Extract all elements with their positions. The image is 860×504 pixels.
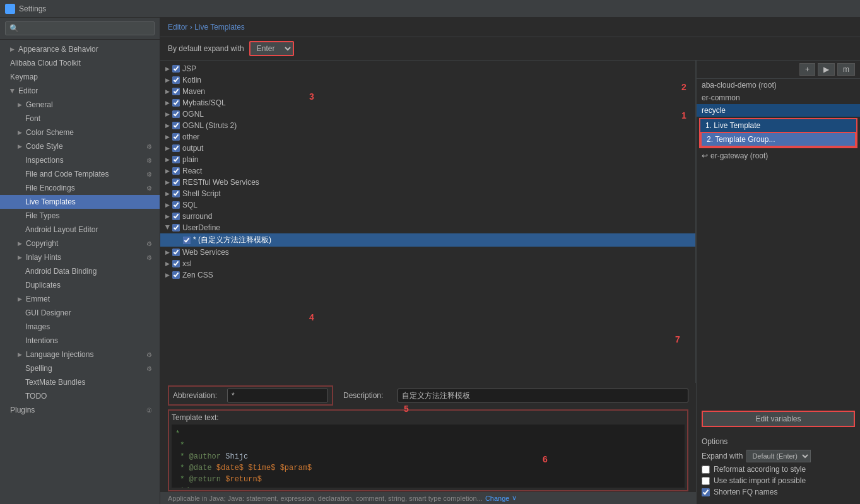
group-react[interactable]: ▶ React bbox=[160, 165, 695, 177]
arrow-lang-inj: ▶ bbox=[18, 351, 22, 358]
sidebar-item-android-data[interactable]: Android Data Binding bbox=[0, 264, 160, 278]
sidebar: ▶ Appearance & Behavior Alibaba Cloud To… bbox=[0, 18, 160, 504]
badge-spelling: ⚙ bbox=[146, 365, 152, 372]
sidebar-item-plugins[interactable]: Plugins ① bbox=[0, 403, 160, 417]
reformat-label: Reformat according to style bbox=[714, 465, 806, 474]
toolbar: By default expand with Enter Tab Space bbox=[160, 37, 860, 61]
check-maven[interactable] bbox=[172, 88, 180, 95]
main-split: ▶ JSP ▶ Kotlin ▶ Maven bbox=[160, 61, 860, 504]
check-ognl[interactable] bbox=[172, 110, 180, 118]
check-other[interactable] bbox=[172, 133, 180, 141]
edit-variables-button[interactable]: Edit variables bbox=[702, 411, 855, 427]
plus-btn[interactable]: + bbox=[799, 63, 815, 76]
sidebar-item-general[interactable]: ▶ General bbox=[0, 98, 160, 112]
sidebar-item-emmet[interactable]: ▶ Emmet bbox=[0, 292, 160, 306]
sidebar-item-file-types[interactable]: File Types bbox=[0, 209, 160, 223]
desc-input[interactable] bbox=[398, 389, 688, 402]
sidebar-item-file-encodings[interactable]: File Encodings ⚙ bbox=[0, 181, 160, 195]
check-webservices[interactable] bbox=[172, 249, 180, 256]
check-mybatis[interactable] bbox=[172, 99, 180, 107]
group-surround[interactable]: ▶ surround bbox=[160, 211, 695, 222]
menu-template-group[interactable]: 2. Template Group... bbox=[700, 132, 856, 147]
group-sql[interactable]: ▶ SQL bbox=[160, 199, 695, 211]
expand-with-select[interactable]: Default (Enter) Enter Tab Space bbox=[746, 450, 811, 462]
group-mybatis[interactable]: ▶ Mybatis/SQL bbox=[160, 97, 695, 108]
right-project-list: aba-cloud-demo (root) er-common recycle … bbox=[697, 79, 860, 406]
check-sql[interactable] bbox=[172, 201, 180, 209]
group-other[interactable]: ▶ other bbox=[160, 131, 695, 143]
check-restful[interactable] bbox=[172, 179, 180, 186]
group-zencss[interactable]: ▶ Zen CSS bbox=[160, 269, 695, 281]
group-webservices[interactable]: ▶ Web Services bbox=[160, 247, 695, 258]
sidebar-item-file-code-templates[interactable]: File and Code Templates ⚙ bbox=[0, 167, 160, 181]
abbr-input[interactable] bbox=[227, 389, 328, 402]
project-er-common[interactable]: er-common bbox=[697, 91, 860, 104]
project-aba-cloud[interactable]: aba-cloud-demo (root) bbox=[697, 79, 860, 91]
badge-copyright: ⚙ bbox=[146, 240, 152, 247]
group-shell[interactable]: ▶ Shell Script bbox=[160, 188, 695, 199]
sidebar-item-font[interactable]: Font bbox=[0, 112, 160, 126]
arrow-plain: ▶ bbox=[165, 156, 170, 163]
shorten-fq-row: Shorten FQ names bbox=[702, 488, 855, 496]
title-text: Settings bbox=[19, 4, 46, 13]
group-userdefine[interactable]: ▶ UserDefine bbox=[160, 222, 695, 233]
badge-inspections: ⚙ bbox=[146, 157, 152, 164]
sidebar-item-intentions[interactable]: Intentions bbox=[0, 334, 160, 348]
sidebar-item-android-layout[interactable]: Android Layout Editor bbox=[0, 223, 160, 237]
check-userdefine[interactable] bbox=[172, 224, 180, 231]
static-import-checkbox[interactable] bbox=[702, 477, 710, 485]
check-ognl-struts[interactable] bbox=[172, 122, 180, 129]
group-xsl[interactable]: ▶ xsl bbox=[160, 258, 695, 269]
shorten-fq-checkbox[interactable] bbox=[702, 488, 710, 496]
check-surround[interactable] bbox=[172, 213, 180, 220]
arrow-maven: ▶ bbox=[165, 88, 170, 95]
sidebar-item-inspections[interactable]: Inspections ⚙ bbox=[0, 153, 160, 167]
arrow-shell: ▶ bbox=[165, 190, 170, 197]
sidebar-item-live-templates[interactable]: Live Templates bbox=[0, 195, 160, 209]
sidebar-item-appearance[interactable]: ▶ Appearance & Behavior bbox=[0, 42, 160, 56]
expand-select[interactable]: Enter Tab Space bbox=[249, 41, 294, 56]
group-kotlin[interactable]: ▶ Kotlin bbox=[160, 74, 695, 86]
project-recycle[interactable]: recycle bbox=[697, 104, 860, 117]
group-maven[interactable]: ▶ Maven bbox=[160, 86, 695, 97]
play-btn[interactable]: ▶ bbox=[818, 63, 835, 76]
template-item-star[interactable]: * (自定义方法注释模板) bbox=[160, 233, 695, 247]
group-jsp[interactable]: ▶ JSP bbox=[160, 63, 695, 74]
sidebar-item-editor[interactable]: ▶ Editor bbox=[0, 84, 160, 98]
search-input[interactable] bbox=[5, 21, 155, 35]
reformat-checkbox[interactable] bbox=[702, 466, 710, 474]
group-ognl[interactable]: ▶ OGNL bbox=[160, 108, 695, 120]
project-er-gateway[interactable]: ↩ er-gateway (root) bbox=[697, 149, 860, 162]
m-btn[interactable]: m bbox=[837, 63, 855, 76]
sidebar-item-inlay-hints[interactable]: ▶ Inlay Hints ⚙ bbox=[0, 250, 160, 264]
sidebar-item-images[interactable]: Images bbox=[0, 320, 160, 334]
check-jsp[interactable] bbox=[172, 65, 180, 73]
sidebar-item-gui-designer[interactable]: GUI Designer bbox=[0, 306, 160, 320]
check-kotlin[interactable] bbox=[172, 76, 180, 84]
check-zencss[interactable] bbox=[172, 271, 180, 279]
group-restful[interactable]: ▶ RESTful Web Services bbox=[160, 177, 695, 188]
group-plain[interactable]: ▶ plain bbox=[160, 154, 695, 165]
sidebar-item-color-scheme[interactable]: ▶ Color Scheme bbox=[0, 126, 160, 139]
sidebar-item-code-style[interactable]: ▶ Code Style ⚙ bbox=[0, 139, 160, 153]
sidebar-item-duplicates[interactable]: Duplicates bbox=[0, 278, 160, 292]
group-ognl-struts[interactable]: ▶ OGNL (Struts 2) bbox=[160, 120, 695, 131]
check-react[interactable] bbox=[172, 167, 180, 175]
status-change-link[interactable]: Change bbox=[485, 495, 510, 502]
menu-live-template[interactable]: 1. Live Template bbox=[700, 119, 856, 132]
sidebar-item-spelling[interactable]: Spelling ⚙ bbox=[0, 361, 160, 375]
sidebar-item-todo[interactable]: TODO bbox=[0, 389, 160, 403]
sidebar-item-keymap[interactable]: Keymap bbox=[0, 70, 160, 84]
check-plain[interactable] bbox=[172, 156, 180, 163]
check-star[interactable] bbox=[183, 237, 191, 244]
group-output[interactable]: ▶ output bbox=[160, 143, 695, 154]
sidebar-item-alibaba[interactable]: Alibaba Cloud Toolkit bbox=[0, 56, 160, 70]
check-output[interactable] bbox=[172, 144, 180, 152]
sidebar-item-textmate[interactable]: TextMate Bundles bbox=[0, 375, 160, 389]
check-shell[interactable] bbox=[172, 190, 180, 197]
abbr-desc-row: Abbreviation: Description: bbox=[168, 385, 688, 406]
sidebar-item-copyright[interactable]: ▶ Copyright ⚙ bbox=[0, 237, 160, 250]
check-xsl[interactable] bbox=[172, 260, 180, 267]
arrow-restful: ▶ bbox=[165, 179, 170, 185]
sidebar-item-language-injections[interactable]: ▶ Language Injections ⚙ bbox=[0, 348, 160, 361]
